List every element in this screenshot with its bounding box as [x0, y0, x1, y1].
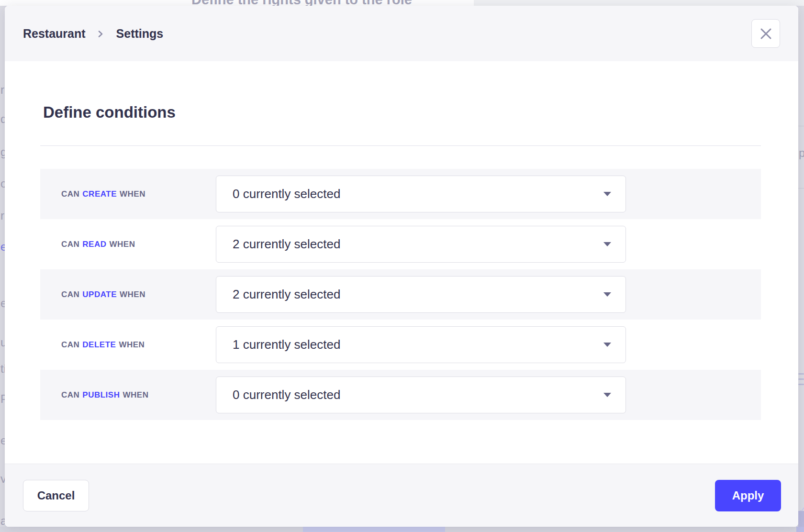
condition-select-update[interactable]: 2 currently selected: [216, 276, 626, 313]
label-suffix: WHEN: [123, 390, 148, 400]
background-list-line: [798, 384, 804, 385]
label-action: CREATE: [82, 189, 117, 199]
close-button[interactable]: [751, 19, 780, 48]
background-text-fragment: e: [0, 241, 5, 253]
background-text-fragment: er: [0, 298, 5, 309]
selected-count: 2 currently selected: [233, 237, 340, 252]
condition-label-delete: CAN DELETE WHEN: [40, 340, 216, 350]
chevron-right-icon: [97, 30, 104, 38]
background-left-strip: r d g o ri e er u ti P e v ai: [0, 6, 5, 527]
condition-label-read: CAN READ WHEN: [40, 240, 216, 249]
apply-button[interactable]: Apply: [715, 480, 781, 511]
background-text-fragment: ai: [0, 515, 5, 527]
background-text-fragment: r: [0, 84, 4, 96]
selected-count: 1 currently selected: [233, 337, 340, 352]
selected-count: 2 currently selected: [233, 287, 340, 302]
background-text-fragment: u: [0, 337, 5, 348]
breadcrumb-root[interactable]: Restaurant: [23, 27, 86, 41]
label-action: PUBLISH: [82, 390, 120, 400]
cancel-button[interactable]: Cancel: [23, 480, 89, 511]
background-bottom-segment: [303, 527, 445, 532]
background-list-line: [798, 378, 804, 380]
background-text-fragment: v: [0, 473, 5, 485]
background-separator: [798, 188, 804, 188]
label-prefix: CAN: [61, 240, 79, 249]
label-action: UPDATE: [82, 290, 117, 299]
background-text-fragment: ti: [0, 363, 5, 375]
label-suffix: WHEN: [110, 240, 135, 249]
chevron-down-icon: [603, 292, 611, 297]
chevron-down-icon: [603, 242, 611, 246]
background-text-fragment: ri: [0, 210, 5, 222]
background-text-fragment: e: [0, 435, 5, 446]
label-prefix: CAN: [61, 340, 79, 350]
chevron-down-icon: [603, 393, 611, 397]
label-prefix: CAN: [61, 390, 79, 400]
background-text-fragment: g: [0, 146, 5, 158]
modal-header: Restaurant Settings: [5, 6, 798, 61]
condition-row-read: CAN READ WHEN 2 currently selected: [40, 219, 761, 269]
background-text-fragment: d: [0, 113, 5, 125]
chevron-down-icon: [603, 343, 611, 347]
close-icon: [759, 27, 772, 40]
breadcrumb-current: Settings: [116, 27, 164, 41]
background-text-fragment: P: [0, 393, 5, 405]
condition-row-delete: CAN DELETE WHEN 1 currently selected: [40, 320, 761, 370]
background-list-line: [798, 373, 804, 375]
label-suffix: WHEN: [119, 340, 145, 350]
background-text-fragment: o: [0, 178, 5, 189]
condition-row-create: CAN CREATE WHEN 0 currently selected: [40, 169, 761, 219]
condition-row-update: CAN UPDATE WHEN 2 currently selected: [40, 269, 761, 320]
breadcrumb: Restaurant Settings: [23, 27, 163, 41]
selected-count: 0 currently selected: [233, 388, 340, 402]
conditions-list: CAN CREATE WHEN 0 currently selected CAN…: [40, 169, 761, 420]
label-suffix: WHEN: [120, 189, 145, 199]
background-top-strip-gray: [474, 0, 804, 6]
modal-title: Define conditions: [43, 103, 763, 122]
label-action: DELETE: [82, 340, 116, 350]
background-bottom-strip: [0, 527, 804, 532]
define-conditions-modal: Restaurant Settings Define conditions CA…: [5, 6, 798, 527]
background-blue-band: [798, 511, 804, 527]
condition-select-read[interactable]: 2 currently selected: [216, 226, 626, 263]
background-text-fragment: p: [799, 147, 804, 159]
label-prefix: CAN: [61, 189, 79, 199]
label-action: READ: [82, 240, 106, 249]
condition-label-publish: CAN PUBLISH WHEN: [40, 390, 216, 400]
modal-footer: Cancel Apply: [5, 464, 798, 527]
background-right-strip: p ✓: [798, 6, 804, 527]
condition-row-publish: CAN PUBLISH WHEN 0 currently selected: [40, 370, 761, 420]
selected-count: 0 currently selected: [233, 187, 340, 201]
condition-label-create: CAN CREATE WHEN: [40, 189, 216, 199]
condition-select-create[interactable]: 0 currently selected: [216, 176, 626, 212]
label-suffix: WHEN: [120, 290, 145, 299]
modal-body: Define conditions CAN CREATE WHEN 0 curr…: [5, 61, 798, 464]
condition-select-publish[interactable]: 0 currently selected: [216, 377, 626, 413]
label-prefix: CAN: [61, 290, 79, 299]
background-bottom-segment: [796, 527, 804, 532]
condition-select-delete[interactable]: 1 currently selected: [216, 326, 626, 363]
chevron-down-icon: [603, 192, 611, 196]
condition-label-update: CAN UPDATE WHEN: [40, 290, 216, 299]
divider: [40, 145, 761, 146]
background-separator: [798, 126, 804, 126]
